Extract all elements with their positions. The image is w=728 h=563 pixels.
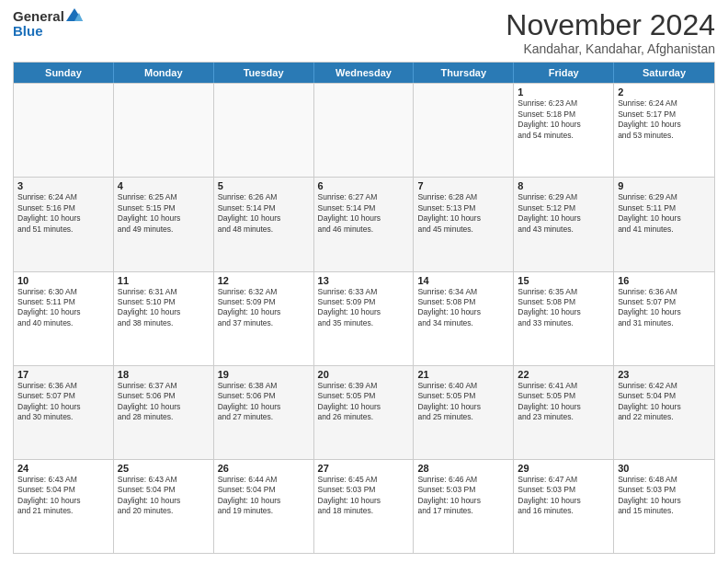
calendar-row-4: 24Sunrise: 6:43 AM Sunset: 5:04 PM Dayli… [14, 459, 714, 553]
calendar-row-0: 1Sunrise: 6:23 AM Sunset: 5:18 PM Daylig… [14, 83, 714, 177]
day-info: Sunrise: 6:41 AM Sunset: 5:05 PM Dayligh… [518, 381, 609, 423]
day-cell-10: 10Sunrise: 6:30 AM Sunset: 5:11 PM Dayli… [14, 272, 114, 365]
day-cell-17: 17Sunrise: 6:36 AM Sunset: 5:07 PM Dayli… [14, 366, 114, 459]
day-number: 6 [318, 180, 410, 191]
calendar-body: 1Sunrise: 6:23 AM Sunset: 5:18 PM Daylig… [14, 83, 714, 553]
weekday-header-wednesday: Wednesday [314, 63, 415, 83]
day-number: 25 [118, 463, 210, 474]
day-info: Sunrise: 6:28 AM Sunset: 5:13 PM Dayligh… [417, 192, 509, 235]
day-cell-14: 14Sunrise: 6:34 AM Sunset: 5:08 PM Dayli… [414, 272, 514, 365]
day-cell-22: 22Sunrise: 6:41 AM Sunset: 5:05 PM Dayli… [514, 366, 614, 459]
day-info: Sunrise: 6:44 AM Sunset: 5:04 PM Dayligh… [218, 475, 310, 517]
day-cell-3: 3Sunrise: 6:24 AM Sunset: 5:16 PM Daylig… [14, 178, 114, 270]
day-cell-2: 2Sunrise: 6:24 AM Sunset: 5:17 PM Daylig… [614, 84, 714, 177]
day-info: Sunrise: 6:36 AM Sunset: 5:07 PM Dayligh… [17, 381, 109, 423]
day-number: 19 [218, 369, 310, 380]
day-cell-29: 29Sunrise: 6:47 AM Sunset: 5:03 PM Dayli… [514, 460, 614, 553]
day-info: Sunrise: 6:39 AM Sunset: 5:05 PM Dayligh… [318, 381, 410, 423]
weekday-header-tuesday: Tuesday [214, 63, 314, 83]
day-number: 28 [417, 463, 509, 474]
logo: General Blue [13, 9, 83, 40]
empty-cell [114, 84, 214, 177]
day-cell-9: 9Sunrise: 6:29 AM Sunset: 5:11 PM Daylig… [614, 178, 714, 270]
day-number: 18 [118, 369, 210, 380]
day-number: 30 [618, 463, 711, 474]
day-number: 4 [118, 180, 210, 191]
day-number: 7 [417, 180, 509, 191]
day-info: Sunrise: 6:23 AM Sunset: 5:18 PM Dayligh… [518, 98, 609, 141]
day-number: 14 [417, 275, 509, 286]
day-number: 27 [318, 463, 410, 474]
day-info: Sunrise: 6:42 AM Sunset: 5:04 PM Dayligh… [618, 381, 711, 423]
day-number: 5 [218, 180, 310, 191]
day-number: 21 [417, 369, 509, 380]
day-cell-7: 7Sunrise: 6:28 AM Sunset: 5:13 PM Daylig… [414, 178, 514, 270]
day-info: Sunrise: 6:35 AM Sunset: 5:08 PM Dayligh… [518, 287, 609, 329]
day-cell-27: 27Sunrise: 6:45 AM Sunset: 5:03 PM Dayli… [314, 460, 415, 553]
day-number: 15 [518, 275, 609, 286]
calendar-header: SundayMondayTuesdayWednesdayThursdayFrid… [14, 63, 714, 83]
day-info: Sunrise: 6:43 AM Sunset: 5:04 PM Dayligh… [118, 475, 210, 517]
day-cell-15: 15Sunrise: 6:35 AM Sunset: 5:08 PM Dayli… [514, 272, 614, 365]
day-number: 29 [518, 463, 609, 474]
day-info: Sunrise: 6:26 AM Sunset: 5:14 PM Dayligh… [218, 192, 310, 235]
day-cell-12: 12Sunrise: 6:32 AM Sunset: 5:09 PM Dayli… [214, 272, 314, 365]
day-info: Sunrise: 6:43 AM Sunset: 5:04 PM Dayligh… [17, 475, 109, 517]
logo-icon [66, 8, 83, 21]
day-number: 24 [17, 463, 109, 474]
weekday-header-thursday: Thursday [414, 63, 514, 83]
day-info: Sunrise: 6:34 AM Sunset: 5:08 PM Dayligh… [417, 287, 509, 329]
weekday-header-monday: Monday [114, 63, 214, 83]
day-cell-20: 20Sunrise: 6:39 AM Sunset: 5:05 PM Dayli… [314, 366, 415, 459]
day-info: Sunrise: 6:29 AM Sunset: 5:11 PM Dayligh… [618, 192, 711, 235]
day-cell-28: 28Sunrise: 6:46 AM Sunset: 5:03 PM Dayli… [414, 460, 514, 553]
calendar: SundayMondayTuesdayWednesdayThursdayFrid… [13, 62, 715, 554]
day-info: Sunrise: 6:36 AM Sunset: 5:07 PM Dayligh… [618, 287, 711, 329]
day-number: 2 [618, 86, 711, 98]
day-cell-4: 4Sunrise: 6:25 AM Sunset: 5:15 PM Daylig… [114, 178, 214, 270]
day-info: Sunrise: 6:25 AM Sunset: 5:15 PM Dayligh… [118, 192, 210, 235]
day-cell-21: 21Sunrise: 6:40 AM Sunset: 5:05 PM Dayli… [414, 366, 514, 459]
day-cell-13: 13Sunrise: 6:33 AM Sunset: 5:09 PM Dayli… [314, 272, 415, 365]
day-number: 10 [17, 275, 109, 286]
day-info: Sunrise: 6:45 AM Sunset: 5:03 PM Dayligh… [318, 475, 410, 517]
day-number: 3 [17, 180, 109, 191]
empty-cell [314, 84, 415, 177]
day-number: 23 [618, 369, 711, 380]
day-cell-6: 6Sunrise: 6:27 AM Sunset: 5:14 PM Daylig… [314, 178, 415, 270]
logo-blue-text: Blue [13, 23, 43, 39]
weekday-header-saturday: Saturday [614, 63, 714, 83]
day-info: Sunrise: 6:46 AM Sunset: 5:03 PM Dayligh… [417, 475, 509, 517]
day-number: 22 [518, 369, 609, 380]
day-number: 9 [618, 180, 711, 191]
weekday-header-sunday: Sunday [14, 63, 114, 83]
day-cell-1: 1Sunrise: 6:23 AM Sunset: 5:18 PM Daylig… [514, 84, 614, 177]
day-info: Sunrise: 6:24 AM Sunset: 5:17 PM Dayligh… [618, 98, 711, 141]
day-cell-30: 30Sunrise: 6:48 AM Sunset: 5:03 PM Dayli… [614, 460, 714, 553]
day-info: Sunrise: 6:31 AM Sunset: 5:10 PM Dayligh… [118, 287, 210, 329]
day-number: 11 [118, 275, 210, 286]
page: General Blue November 2024 Kandahar, Kan… [0, 0, 728, 563]
day-info: Sunrise: 6:24 AM Sunset: 5:16 PM Dayligh… [17, 192, 109, 235]
day-info: Sunrise: 6:33 AM Sunset: 5:09 PM Dayligh… [318, 287, 410, 329]
title-block: November 2024 Kandahar, Kandahar, Afghan… [506, 9, 715, 56]
day-info: Sunrise: 6:30 AM Sunset: 5:11 PM Dayligh… [17, 287, 109, 329]
day-number: 17 [17, 369, 109, 380]
calendar-row-1: 3Sunrise: 6:24 AM Sunset: 5:16 PM Daylig… [14, 177, 714, 270]
day-info: Sunrise: 6:40 AM Sunset: 5:05 PM Dayligh… [417, 381, 509, 423]
day-number: 20 [318, 369, 410, 380]
day-cell-11: 11Sunrise: 6:31 AM Sunset: 5:10 PM Dayli… [114, 272, 214, 365]
location-text: Kandahar, Kandahar, Afghanistan [506, 41, 715, 56]
day-cell-16: 16Sunrise: 6:36 AM Sunset: 5:07 PM Dayli… [614, 272, 714, 365]
day-info: Sunrise: 6:27 AM Sunset: 5:14 PM Dayligh… [318, 192, 410, 235]
day-number: 26 [218, 463, 310, 474]
day-number: 1 [518, 86, 609, 98]
day-info: Sunrise: 6:47 AM Sunset: 5:03 PM Dayligh… [518, 475, 609, 517]
logo-general-text: General [13, 9, 64, 23]
day-cell-8: 8Sunrise: 6:29 AM Sunset: 5:12 PM Daylig… [514, 178, 614, 270]
empty-cell [14, 84, 114, 177]
day-info: Sunrise: 6:37 AM Sunset: 5:06 PM Dayligh… [118, 381, 210, 423]
calendar-row-2: 10Sunrise: 6:30 AM Sunset: 5:11 PM Dayli… [14, 271, 714, 365]
day-info: Sunrise: 6:29 AM Sunset: 5:12 PM Dayligh… [518, 192, 609, 235]
day-cell-26: 26Sunrise: 6:44 AM Sunset: 5:04 PM Dayli… [214, 460, 314, 553]
